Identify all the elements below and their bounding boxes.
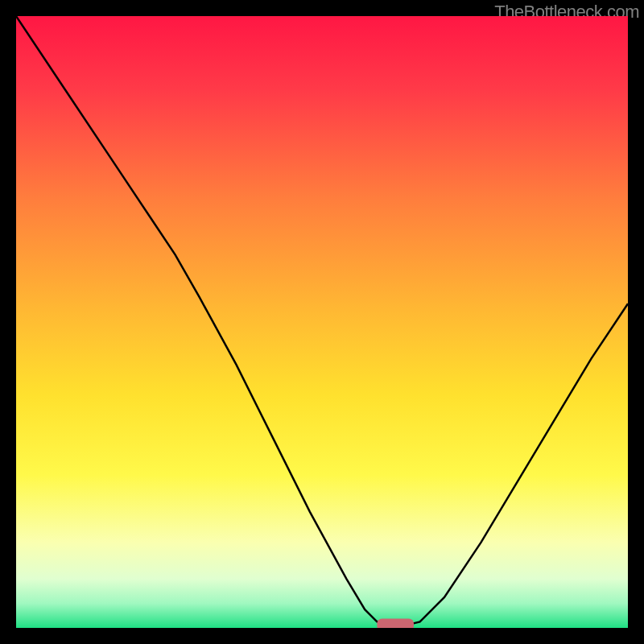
- chart-frame: TheBottleneck.com: [0, 0, 644, 644]
- chart-svg: [16, 16, 628, 628]
- plot-area: [16, 16, 628, 628]
- optimal-marker: [377, 619, 414, 628]
